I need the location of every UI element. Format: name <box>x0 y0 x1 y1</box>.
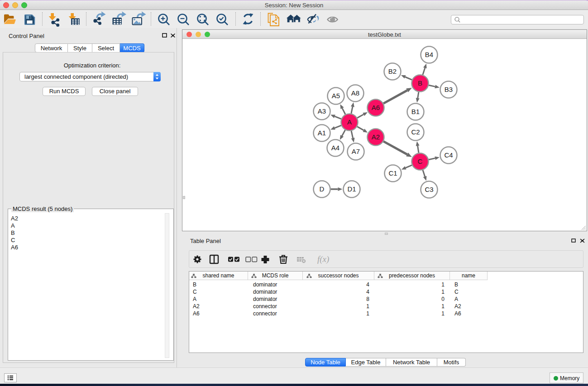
svg-text:A5: A5 <box>332 92 340 100</box>
svg-text:B1: B1 <box>411 108 420 115</box>
svg-text:B3: B3 <box>445 86 453 93</box>
svg-text:C2: C2 <box>411 128 420 136</box>
svg-text:A: A <box>347 118 352 126</box>
svg-text:A1: A1 <box>318 129 326 137</box>
svg-text:A3: A3 <box>318 107 326 115</box>
svg-text:C4: C4 <box>444 151 453 159</box>
svg-text:B2: B2 <box>388 67 397 75</box>
svg-text:f(x): f(x) <box>317 254 329 264</box>
svg-text:B4: B4 <box>425 51 433 58</box>
svg-text:A2: A2 <box>372 133 380 141</box>
svg-text:C: C <box>418 157 423 165</box>
svg-text:A8: A8 <box>351 89 359 97</box>
svg-text:A6: A6 <box>372 104 380 111</box>
svg-text:C1: C1 <box>388 169 397 177</box>
svg-text:B: B <box>418 79 422 87</box>
svg-text:A4: A4 <box>331 144 339 152</box>
svg-text:A7: A7 <box>352 148 360 155</box>
svg-text:D1: D1 <box>347 185 356 193</box>
svg-text:C3: C3 <box>425 186 433 193</box>
svg-text:D: D <box>320 185 325 193</box>
